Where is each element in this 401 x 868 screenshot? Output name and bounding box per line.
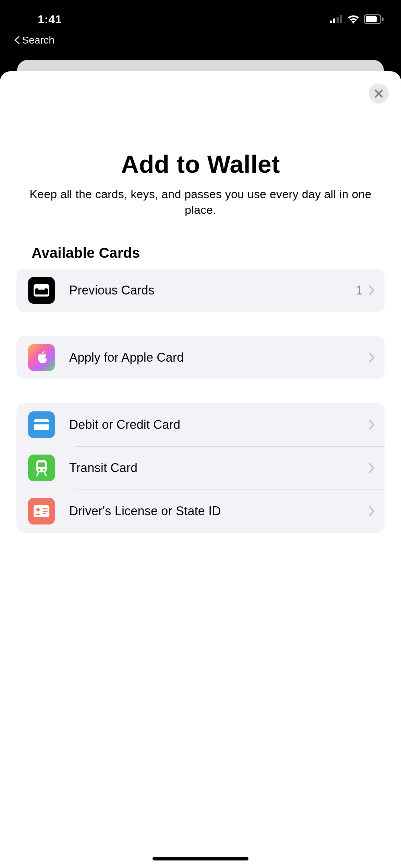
card-list: Previous Cards 1 [16, 269, 385, 312]
row-apple-card[interactable]: Apply for Apple Card [16, 336, 385, 379]
svg-rect-2 [337, 17, 339, 23]
badge-count: 1 [356, 283, 363, 298]
page-subtitle: Keep all the cards, keys, and passes you… [24, 186, 377, 218]
close-button[interactable] [369, 84, 389, 104]
close-icon [374, 89, 384, 98]
row-trailing [369, 352, 375, 363]
row-transit[interactable]: Transit Card [16, 446, 385, 490]
status-time: 1:41 [38, 13, 62, 26]
modal-sheet: Add to Wallet Keep all the cards, keys, … [0, 71, 401, 868]
chevron-right-icon [369, 506, 375, 516]
status-bar: 1:41 [0, 0, 401, 34]
row-label: Driver's License or State ID [69, 504, 354, 518]
svg-rect-9 [34, 419, 49, 430]
svg-rect-1 [333, 19, 335, 23]
svg-rect-3 [340, 15, 342, 23]
battery-icon [364, 14, 384, 24]
available-cards-section: Available Cards Previous Cards 1 [0, 218, 401, 533]
cellular-icon [330, 15, 343, 23]
row-label: Debit or Credit Card [69, 418, 354, 432]
svg-rect-12 [38, 462, 45, 467]
chevron-right-icon [369, 463, 375, 473]
row-trailing: 1 [356, 283, 375, 298]
svg-point-16 [36, 508, 40, 511]
back-chevron-icon [14, 36, 21, 44]
chevron-right-icon [369, 285, 375, 296]
row-drivers-license[interactable]: Driver's License or State ID [16, 490, 385, 533]
chevron-right-icon [369, 352, 375, 363]
status-indicators [330, 14, 384, 24]
svg-point-14 [43, 469, 45, 471]
row-label: Apply for Apple Card [69, 350, 354, 365]
transit-icon [28, 455, 55, 481]
back-label: Search [22, 34, 54, 46]
page-title: Add to Wallet [24, 150, 377, 178]
svg-rect-18 [43, 511, 48, 512]
row-label: Previous Cards [69, 283, 341, 298]
svg-rect-17 [43, 508, 48, 509]
back-nav[interactable]: Search [0, 34, 401, 56]
svg-rect-6 [382, 17, 384, 21]
svg-point-13 [38, 469, 40, 471]
apple-logo-icon [28, 344, 55, 371]
hero: Add to Wallet Keep all the cards, keys, … [0, 71, 401, 218]
row-debit-credit[interactable]: Debit or Credit Card [16, 403, 385, 446]
card-list: Debit or Credit Card [16, 403, 385, 533]
wifi-icon [347, 14, 360, 24]
row-label: Transit Card [69, 461, 354, 475]
svg-rect-10 [34, 422, 49, 424]
id-card-icon [28, 498, 55, 525]
credit-card-icon [28, 411, 55, 438]
card-group: Debit or Credit Card [16, 403, 385, 533]
row-trailing [369, 506, 375, 516]
row-previous-cards[interactable]: Previous Cards 1 [16, 269, 385, 312]
svg-rect-5 [366, 16, 377, 22]
row-trailing [369, 420, 375, 430]
home-indicator[interactable] [153, 857, 248, 860]
wallet-icon [28, 277, 55, 304]
section-title: Available Cards [32, 245, 369, 261]
card-list: Apply for Apple Card [16, 336, 385, 379]
row-trailing [369, 463, 375, 473]
card-group: Apply for Apple Card [16, 336, 385, 379]
svg-rect-0 [330, 21, 332, 23]
card-group: Previous Cards 1 [16, 269, 385, 312]
svg-rect-19 [43, 513, 46, 514]
chevron-right-icon [369, 420, 375, 430]
